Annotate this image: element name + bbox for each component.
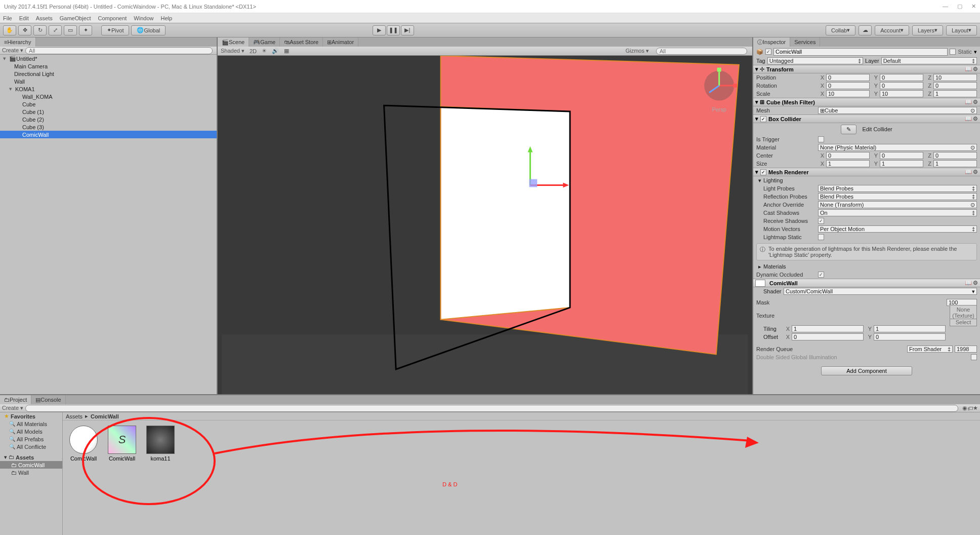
- play-icon[interactable]: ▶: [373, 25, 386, 35]
- layer-dropdown[interactable]: Default‡: [881, 57, 977, 64]
- audio-toggle-icon[interactable]: 🔊: [272, 48, 279, 54]
- hierarchy-tab[interactable]: ≡ Hierarchy: [0, 37, 36, 47]
- rotate-tool-icon[interactable]: ↻: [33, 25, 47, 35]
- search-label-icon[interactable]: 🏷: [967, 405, 973, 411]
- rot-z-input[interactable]: 0: [933, 82, 977, 89]
- mesh-field[interactable]: ⊞ Cube⊙: [818, 107, 977, 114]
- help-icon[interactable]: 📖: [965, 116, 972, 122]
- hierarchy-item[interactable]: Main Camera: [0, 62, 217, 70]
- help-icon[interactable]: 📖: [965, 280, 972, 286]
- hierarchy-item[interactable]: Cube (1): [0, 108, 217, 116]
- receive-shadows-checkbox[interactable]: ✓: [818, 218, 824, 224]
- minimize-icon[interactable]: —: [943, 3, 948, 10]
- asset-item[interactable]: ComicWall: [68, 426, 99, 535]
- menu-assets[interactable]: Assets: [36, 15, 53, 21]
- scene-viewport[interactable]: Persp: [218, 56, 752, 394]
- mesh-renderer-component[interactable]: ▾ ✓ Mesh Renderer📖⚙: [753, 168, 980, 176]
- static-dropdown-icon[interactable]: ▾: [974, 49, 977, 55]
- asset-item[interactable]: koma11: [145, 426, 176, 535]
- lightmap-static-checkbox[interactable]: [818, 234, 824, 240]
- project-breadcrumb[interactable]: Assets ▸ ComicWall: [63, 412, 980, 421]
- step-icon[interactable]: ▶|: [401, 25, 414, 35]
- static-checkbox[interactable]: [950, 49, 956, 55]
- scl-z-input[interactable]: 1: [933, 90, 977, 97]
- hierarchy-item-selected[interactable]: ComicWall: [0, 131, 217, 138]
- gear-icon[interactable]: ⚙: [973, 99, 978, 105]
- menu-component[interactable]: Component: [98, 15, 127, 21]
- hierarchy-item[interactable]: Wall_KOMA: [0, 93, 217, 100]
- render-queue-mode[interactable]: From Shader‡: [907, 346, 953, 353]
- dsgi-checkbox[interactable]: [971, 354, 977, 360]
- animator-tab[interactable]: ⊞ Animator: [323, 37, 358, 47]
- rect-tool-icon[interactable]: ▭: [64, 25, 77, 35]
- texture-slot[interactable]: None (Texture) Select: [950, 305, 977, 326]
- hierarchy-item[interactable]: Wall: [0, 78, 217, 85]
- material-header[interactable]: ComicWall📖⚙: [753, 279, 980, 287]
- render-queue-value[interactable]: 1998: [955, 346, 977, 353]
- project-search[interactable]: [25, 405, 958, 412]
- physic-material-field[interactable]: None (Physic Material)⊙: [818, 144, 977, 151]
- scene-tab[interactable]: 🎬 Scene: [218, 37, 249, 47]
- project-create-dropdown[interactable]: Create ▾: [2, 405, 23, 411]
- folder-item[interactable]: 🗀 Wall: [0, 469, 62, 476]
- menu-help[interactable]: Help: [160, 15, 172, 21]
- hierarchy-item[interactable]: Cube (2): [0, 116, 217, 123]
- favorite-item[interactable]: 🔍All Materials: [0, 420, 62, 428]
- cloud-icon[interactable]: ☁: [859, 25, 872, 35]
- hierarchy-item[interactable]: Cube: [0, 100, 217, 108]
- scene-root[interactable]: ▾🎬 Untitled*: [0, 55, 217, 62]
- hand-tool-icon[interactable]: ✋: [3, 25, 16, 35]
- pause-icon[interactable]: ❚❚: [387, 25, 400, 35]
- lighting-toggle-icon[interactable]: ☀: [262, 48, 267, 54]
- save-search-icon[interactable]: ★: [973, 405, 978, 411]
- rot-x-input[interactable]: 0: [826, 82, 870, 89]
- scale-tool-icon[interactable]: ⤢: [49, 25, 62, 35]
- transform-tool-icon[interactable]: ✦: [79, 25, 92, 35]
- tag-dropdown[interactable]: Untagged‡: [767, 57, 863, 64]
- pivot-button[interactable]: ✦ Pivot: [101, 25, 129, 35]
- game-tab[interactable]: 🎮 Game: [249, 37, 280, 47]
- global-button[interactable]: 🌐 Global: [131, 25, 166, 35]
- menu-gameobject[interactable]: GameObject: [60, 15, 91, 21]
- gear-icon[interactable]: ⚙: [973, 116, 978, 122]
- favorite-item[interactable]: 🔍All Models: [0, 428, 62, 435]
- help-icon[interactable]: 📖: [965, 169, 972, 175]
- folder-item[interactable]: 🗀 ComicWall: [0, 461, 62, 469]
- scl-x-input[interactable]: 10: [826, 90, 870, 97]
- hierarchy-search[interactable]: [25, 47, 213, 54]
- project-tab[interactable]: 🗀 Project: [0, 395, 31, 404]
- help-icon[interactable]: 📖: [965, 66, 972, 72]
- dynamic-occluded-checkbox[interactable]: ✓: [818, 272, 824, 278]
- move-tool-icon[interactable]: ✥: [18, 25, 31, 35]
- console-tab[interactable]: ▤ Console: [31, 395, 65, 404]
- gear-icon[interactable]: ⚙: [973, 280, 978, 286]
- search-filter-icon[interactable]: ◉: [962, 405, 967, 411]
- gear-icon[interactable]: ⚙: [973, 66, 978, 72]
- asset-item[interactable]: SComicWall: [106, 426, 138, 535]
- box-collider-component[interactable]: ▾ ✓ Box Collider📖⚙: [753, 114, 980, 123]
- shading-dropdown[interactable]: Shaded ▾: [221, 48, 244, 54]
- assets-root[interactable]: ▾ 🗀 Assets: [0, 453, 62, 461]
- fx-toggle-icon[interactable]: ▦: [284, 48, 289, 54]
- create-dropdown[interactable]: Create ▾: [2, 47, 23, 54]
- asset-store-tab[interactable]: 🛍 Asset Store: [280, 37, 323, 47]
- pos-x-input[interactable]: 0: [826, 74, 870, 81]
- inspector-tab[interactable]: ⓘ Inspector: [753, 37, 790, 47]
- help-icon[interactable]: 📖: [965, 99, 972, 105]
- scene-search[interactable]: [656, 48, 747, 55]
- transform-component[interactable]: ▾ ⊹ Transform📖⚙: [753, 65, 980, 73]
- menu-file[interactable]: File: [3, 15, 12, 21]
- menu-edit[interactable]: Edit: [19, 15, 29, 21]
- favorites-header[interactable]: ★Favorites: [0, 412, 62, 420]
- mode-2d-toggle[interactable]: 2D: [250, 48, 257, 54]
- maximize-icon[interactable]: ▢: [957, 3, 962, 10]
- scl-y-input[interactable]: 10: [880, 90, 923, 97]
- hierarchy-item[interactable]: Cube (3): [0, 123, 217, 131]
- layout-button[interactable]: Layout ▾: [946, 25, 977, 35]
- pos-z-input[interactable]: 10: [933, 74, 977, 81]
- asset-grid[interactable]: ComicWall SComicWall koma11 D & D: [63, 421, 980, 535]
- rot-y-input[interactable]: 0: [880, 82, 923, 89]
- pos-y-input[interactable]: 0: [880, 74, 923, 81]
- hierarchy-item[interactable]: Directional Light: [0, 70, 217, 78]
- services-tab[interactable]: Services: [790, 37, 820, 47]
